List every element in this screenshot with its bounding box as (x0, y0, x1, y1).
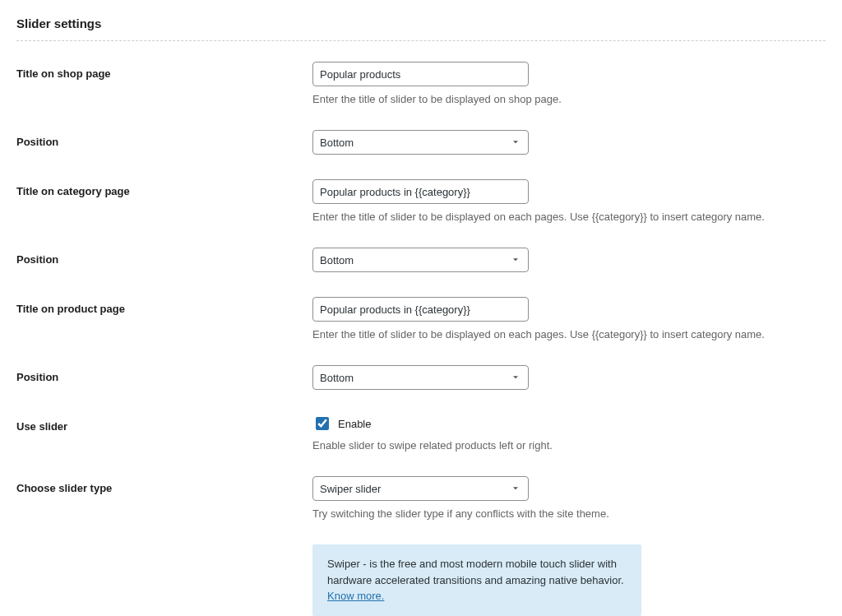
slider-settings-page: Slider settings Title on shop page Enter… (0, 0, 842, 616)
use-slider-checkbox-label[interactable]: Enable (338, 418, 371, 430)
use-slider-checkbox[interactable] (316, 417, 329, 430)
use-slider-help: Enable slider to swipe related products … (312, 439, 817, 452)
shop-position-label: Position (16, 136, 58, 148)
category-title-help: Enter the title of slider to be displaye… (312, 211, 817, 223)
category-position-select[interactable]: Bottom (312, 248, 529, 272)
product-title-input[interactable] (312, 297, 529, 322)
shop-position-select[interactable]: Bottom (312, 130, 529, 155)
product-position-label: Position (16, 371, 58, 383)
shop-title-input[interactable] (312, 62, 529, 86)
product-title-help: Enter the title of slider to be displaye… (312, 328, 817, 340)
category-title-label: Title on category page (16, 185, 130, 197)
slider-type-select[interactable]: Swiper slider (312, 476, 529, 501)
product-title-label: Title on product page (16, 303, 125, 315)
know-more-link[interactable]: Know more. (327, 590, 384, 602)
shop-title-label: Title on shop page (16, 67, 111, 80)
slider-type-label: Choose slider type (16, 482, 112, 494)
shop-title-help: Enter the title of slider to be displaye… (312, 93, 817, 105)
use-slider-label: Use slider (16, 420, 67, 433)
section-title: Slider settings (16, 16, 826, 41)
product-position-select[interactable]: Bottom (312, 365, 529, 390)
settings-form-table: Title on shop page Enter the title of sl… (16, 49, 826, 616)
slider-type-help: Try switching the slider type if any con… (312, 507, 817, 520)
slider-info-text: Swiper - is the free and most modern mob… (327, 558, 624, 586)
slider-info-notice: Swiper - is the free and most modern mob… (312, 544, 641, 616)
category-position-label: Position (16, 253, 58, 266)
category-title-input[interactable] (312, 179, 529, 204)
